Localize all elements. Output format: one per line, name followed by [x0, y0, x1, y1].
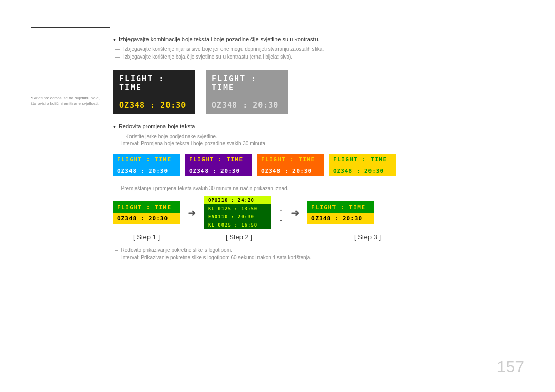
- dash-item-3: – Premještanje i promjena teksta svakih …: [113, 185, 524, 191]
- dash-2: —: [115, 54, 120, 60]
- dash-1: —: [115, 46, 120, 52]
- bullet-text-1: Izbjegavajte kombinacije boje teksta i b…: [119, 36, 320, 42]
- note1-text: Redovito prikazivanje pokretne slike s l…: [121, 247, 232, 253]
- step-label-2: [ Step 2 ]: [206, 233, 272, 241]
- board-blue: FLIGHT : TIME OZ348 : 20:30: [113, 154, 180, 176]
- board-purple-header: FLIGHT : TIME: [185, 154, 252, 165]
- sub2-text: Interval: Promjena boje teksta i boje po…: [121, 141, 265, 146]
- board-dark-header: FLIGHT : TIME: [113, 70, 195, 97]
- dash-text-3: Premještanje i promjena teksta svakih 30…: [121, 185, 289, 191]
- step-label-1: [ Step 1 ]: [113, 233, 180, 241]
- step3-board: FLIGHT : TIME OZ348 : 20:30: [307, 201, 374, 224]
- note-dash: – Redovito prikazivanje pokretne slike s…: [113, 247, 524, 253]
- steps-boards-row: FLIGHT : TIME OZ348 : 20:30 ➜ OPU310 : 2…: [113, 196, 524, 229]
- board-orange-header: FLIGHT : TIME: [257, 154, 324, 165]
- main-content: • Izbjegavajte kombinacije boje teksta i…: [113, 36, 524, 262]
- bullet-item-1: • Izbjegavajte kombinacije boje teksta i…: [113, 36, 524, 43]
- sidebar-note: *Svjetlina: odnosi se na svjetlinu boje,…: [31, 95, 103, 106]
- board-gray-body: OZ348 : 20:30: [206, 97, 288, 114]
- sub1-text: Koristite jarke boje podjednake svjetlin…: [125, 134, 217, 139]
- scroll-row-1: OPU310 : 24:20: [204, 196, 271, 204]
- dash-text-2: Izbjegavajte korištenje boja čije svjetl…: [123, 54, 292, 60]
- top-line-left: [31, 27, 110, 28]
- scroll-row-2: KL 0125 : 13:50: [204, 204, 271, 213]
- step-label-3: [ Step 3 ]: [334, 233, 401, 241]
- board-purple-body: OZ348 : 20:30: [185, 165, 252, 176]
- primary-boards-row: FLIGHT : TIME OZ348 : 20:30 FLIGHT : TIM…: [113, 70, 524, 114]
- board-purple: FLIGHT : TIME OZ348 : 20:30: [185, 154, 252, 176]
- board-gray: FLIGHT : TIME OZ348 : 20:30: [206, 70, 288, 114]
- board-gray-header: FLIGHT : TIME: [206, 70, 288, 97]
- dash-text-1: Izbjegavajte korištenje nijansi sive boj…: [123, 46, 324, 52]
- note-dash-symbol: –: [115, 247, 118, 253]
- step1-header: FLIGHT : TIME: [113, 201, 180, 213]
- board-yellow: FLIGHT : TIME OZ348 : 20:30: [329, 154, 396, 176]
- board-blue-body: OZ348 : 20:30: [113, 165, 180, 176]
- bottom-notes: – Redovito prikazivanje pokretne slike s…: [113, 247, 524, 260]
- step1-board: FLIGHT : TIME OZ348 : 20:30: [113, 201, 180, 224]
- step3-header: FLIGHT : TIME: [307, 201, 374, 213]
- page-number: 157: [497, 358, 524, 377]
- down-arrows: ↓ ↓: [279, 203, 283, 223]
- board-dark: FLIGHT : TIME OZ348 : 20:30: [113, 70, 195, 114]
- board-dark-body: OZ348 : 20:30: [113, 97, 195, 114]
- steps-section: FLIGHT : TIME OZ348 : 20:30 ➜ OPU310 : 2…: [113, 196, 524, 241]
- board-orange-body: OZ348 : 20:30: [257, 165, 324, 176]
- step3-body: OZ348 : 20:30: [307, 213, 374, 224]
- section-color-change: • Redovita promjena boje teksta – Korist…: [113, 123, 524, 146]
- bullet-dot-2: •: [113, 123, 116, 130]
- down-arrow-1: ↓: [279, 203, 283, 212]
- top-line-right: [118, 27, 524, 27]
- color-boards-row: FLIGHT : TIME OZ348 : 20:30 FLIGHT : TIM…: [113, 154, 524, 176]
- dash-item-2: — Izbjegavajte korištenje boja čije svje…: [113, 54, 524, 60]
- bullet-item-2: • Redovita promjena boje teksta: [113, 123, 524, 130]
- down-arrow-2: ↓: [279, 214, 283, 223]
- bullet-text-2: Redovita promjena boje teksta: [119, 123, 195, 129]
- bullet-dot-1: •: [113, 36, 116, 43]
- step1-body: OZ348 : 20:30: [113, 213, 180, 224]
- step-labels: [ Step 1 ] [ Step 2 ] [ Step 3 ]: [113, 233, 524, 241]
- sub2: Interval: Promjena boje teksta i boje po…: [113, 141, 524, 146]
- step2-board: OPU310 : 24:20 KL 0125 : 13:50 EA0110 : …: [204, 196, 271, 229]
- board-yellow-header: FLIGHT : TIME: [329, 154, 396, 165]
- dash-item-1: — Izbjegavajte korištenje nijansi sive b…: [113, 46, 524, 52]
- board-yellow-body: OZ348 : 20:30: [329, 165, 396, 176]
- arrow-1: ➜: [188, 207, 196, 219]
- arrow-2: ➜: [291, 207, 300, 219]
- dash-3: –: [115, 185, 118, 191]
- note2-text: Interval: Prikazivanje pokretne slike s …: [121, 255, 311, 260]
- board-orange: FLIGHT : TIME OZ348 : 20:30: [257, 154, 324, 176]
- scroll-row-3: EA0110 : 20:30: [204, 213, 271, 221]
- board-blue-header: FLIGHT : TIME: [113, 154, 180, 165]
- note2: Interval: Prikazivanje pokretne slike s …: [113, 255, 524, 260]
- sub1: – Koristite jarke boje podjednake svjetl…: [113, 134, 524, 139]
- scroll-row-4: KL 0025 : 16:50: [204, 221, 271, 229]
